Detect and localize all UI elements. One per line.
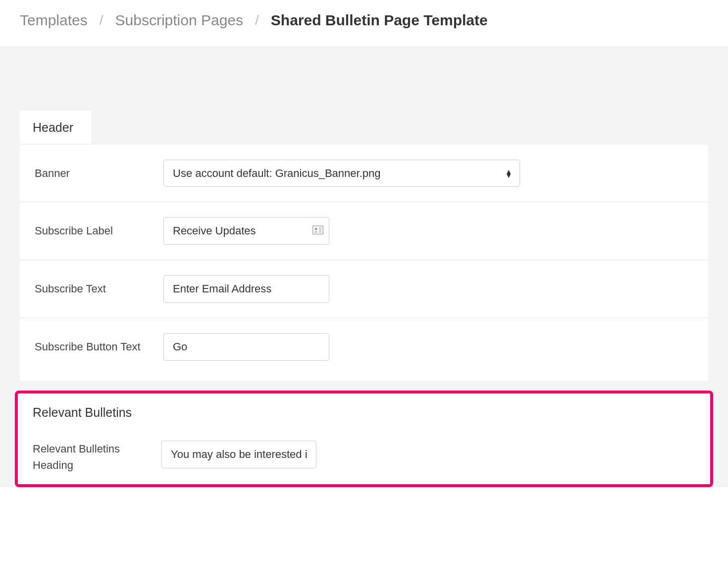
banner-row: Banner Use account default: Granicus_Ban… <box>20 145 708 202</box>
subscribe-text-label: Subscribe Text <box>35 282 163 295</box>
subscribe-button-label: Subscribe Button Text <box>35 340 163 353</box>
subscribe-text-row: Subscribe Text <box>20 260 708 318</box>
banner-select[interactable]: Use account default: Granicus_Banner.png <box>163 160 520 187</box>
subscribe-button-row: Subscribe Button Text <box>20 318 708 376</box>
relevant-bulletins-panel: Relevant Bulletins Relevant Bulletins He… <box>18 394 710 484</box>
subscribe-text-input[interactable] <box>163 275 329 303</box>
relevant-heading-row: Relevant Bulletins Heading <box>18 430 710 484</box>
banner-select-wrap: Use account default: Granicus_Banner.png… <box>163 160 520 187</box>
subscribe-text-field <box>163 275 708 303</box>
subscribe-label-input-wrap <box>163 217 329 245</box>
subscribe-label-row: Subscribe Label <box>20 202 708 260</box>
subscribe-label-input[interactable] <box>163 217 329 245</box>
breadcrumb-separator: / <box>100 12 104 28</box>
breadcrumb-separator: / <box>255 12 259 28</box>
contact-card-icon[interactable] <box>312 226 323 236</box>
header-panel: Header Banner Use account default: Grani… <box>20 112 708 381</box>
svg-point-1 <box>315 228 317 230</box>
breadcrumb-current: Shared Bulletin Page Template <box>271 12 488 29</box>
breadcrumb-subscription-pages[interactable]: Subscription Pages <box>115 12 244 29</box>
subscribe-label-field <box>163 217 708 245</box>
subscribe-button-field <box>163 333 708 361</box>
svg-rect-0 <box>313 226 323 234</box>
header-panel-body: Banner Use account default: Granicus_Ban… <box>20 145 708 381</box>
subscribe-button-input-wrap <box>163 333 329 361</box>
subscribe-label-label: Subscribe Label <box>35 225 163 237</box>
relevant-bulletins-highlight: Relevant Bulletins Relevant Bulletins He… <box>15 391 713 487</box>
relevant-heading-label: Relevant Bulletins Heading <box>33 441 161 473</box>
subscribe-button-input[interactable] <box>163 333 329 361</box>
content-area: Header Banner Use account default: Grani… <box>0 47 728 487</box>
relevant-heading-input[interactable] <box>161 441 316 468</box>
subscribe-text-input-wrap <box>163 275 329 303</box>
header-tab[interactable]: Header <box>20 111 91 144</box>
relevant-bulletins-title: Relevant Bulletins <box>18 394 710 430</box>
breadcrumb-templates[interactable]: Templates <box>20 12 88 29</box>
relevant-heading-field <box>161 441 316 468</box>
banner-label: Banner <box>35 167 163 180</box>
banner-field: Use account default: Granicus_Banner.png… <box>163 160 708 187</box>
section-tabs-row: Header <box>20 112 708 145</box>
breadcrumb: Templates / Subscription Pages / Shared … <box>0 0 728 47</box>
